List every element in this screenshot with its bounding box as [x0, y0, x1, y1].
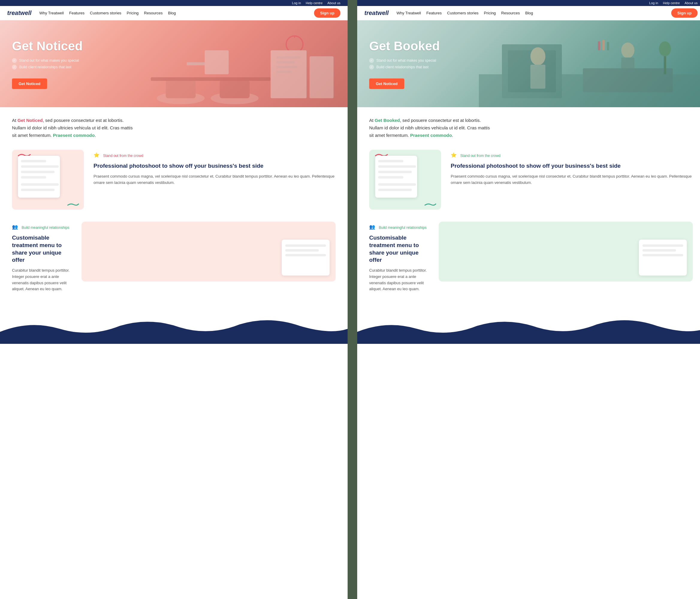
feature-2-text: 👥 Build meaningful relationships Customi… [12, 222, 72, 292]
hero-check-1: ✓ Stand out for what makes you special [12, 58, 335, 63]
nav-resources-2[interactable]: Resources [501, 11, 520, 15]
feature-3-illustration [369, 150, 441, 210]
main-content-2: At Get Booked, sed posuere consectetur e… [357, 107, 700, 302]
feature-4-text: 👥 Build meaningful relationships Customi… [369, 222, 429, 292]
help-link-2[interactable]: Help centre [663, 1, 680, 5]
feature-card-3: ⭐ Stand out from the crowd Professional … [369, 150, 693, 210]
hero-content-2: Get Booked ✓ Stand out for what makes yo… [357, 20, 700, 107]
hero-title-2: Get Booked [369, 39, 693, 53]
nav-features[interactable]: Features [69, 11, 84, 15]
nav-top-bar: Log in Help centre About us [0, 0, 348, 6]
feature-4-title: Customisable treatment menu to share you… [369, 234, 429, 264]
check-icon-1: ✓ [12, 58, 17, 63]
about-link-2[interactable]: About us [685, 1, 698, 5]
intro-suffix-label-2: Praesent commodo [410, 133, 452, 138]
about-link[interactable]: About us [327, 1, 341, 5]
feature-2-title: Customisable treatment menu to share you… [12, 234, 72, 264]
hero-cta-button-2[interactable]: Get Noticed [369, 78, 404, 89]
feature-1-title: Professional photoshoot to show off your… [94, 162, 335, 170]
feature-3-tag: ⭐ Stand out from the crowd [451, 152, 693, 159]
star-icon: ⭐ [94, 152, 101, 159]
feature-1-tag: ⭐ Stand out from the crowd [94, 152, 335, 159]
wave-svg-2 [357, 314, 700, 344]
nav-customer-stories[interactable]: Customers stories [90, 11, 121, 15]
check-icon-3: ✓ [369, 58, 374, 63]
feature-4-tag-label: Build meaningful relationships [379, 226, 426, 230]
brand-highlight-2: Get Booked [375, 118, 400, 123]
people-icon-2: 👥 [369, 224, 376, 231]
logo[interactable]: treatwell [7, 9, 31, 17]
hero-section-2: Get Booked ✓ Stand out for what makes yo… [357, 20, 700, 107]
mock-device-card-2 [375, 156, 417, 198]
intro-prefix-2: At [369, 118, 375, 123]
feature-card-1: ⭐ Stand out from the crowd Professional … [12, 150, 335, 210]
mock-menu-card [282, 240, 330, 276]
logo-2[interactable]: treatwell [365, 9, 389, 17]
hero-check-3: ✓ Stand out for what makes you special [369, 58, 693, 63]
help-link[interactable]: Help centre [306, 1, 322, 5]
nav-why-treatwell[interactable]: Why Treatwell [39, 11, 64, 15]
nav-blog[interactable]: Blog [168, 11, 176, 15]
feature-1-desc: Praesent commodo cursus magna, vel scele… [94, 174, 335, 186]
feature-1-text: ⭐ Stand out from the crowd Professional … [94, 150, 335, 210]
hero-content: Get Noticed ✓ Stand out for what makes y… [0, 20, 348, 107]
mock-device-card [18, 156, 60, 198]
intro-paragraph-2: At Get Booked, sed posuere consectetur e… [369, 117, 495, 139]
signup-button-2[interactable]: Sign up [671, 8, 698, 18]
feature-2-illustration [81, 222, 335, 282]
nav-why-treatwell-2[interactable]: Why Treatwell [396, 11, 421, 15]
feature-3-desc: Praesent commodo cursus magna, vel scele… [451, 174, 693, 186]
feature-4-desc: Curabitur blandit tempus porttitor. Inte… [369, 267, 429, 292]
briefcase-icon: 👥 [12, 224, 19, 231]
swirl-bottom-icon [67, 203, 79, 206]
nav-top-bar-2: Log in Help centre About us [357, 0, 700, 6]
mock-menu-card-2 [639, 240, 687, 276]
feature-4-illustration [439, 222, 693, 282]
login-link[interactable]: Log in [292, 1, 301, 5]
brand-highlight: Get Noticed [17, 118, 43, 123]
page-2: Log in Help centre About us treatwell Wh… [357, 0, 700, 599]
hero-check-2: ✓ Build client relationships that last [12, 65, 335, 70]
intro-paragraph: At Get Noticed, sed posuere consectetur … [12, 117, 138, 139]
feature-3-title: Professional photoshoot to show off your… [451, 162, 693, 170]
hero-cta-button[interactable]: Get Noticed [12, 78, 47, 89]
check-icon-2: ✓ [12, 65, 17, 70]
feature-2-desc: Curabitur blandit tempus porttitor. Inte… [12, 267, 72, 292]
feature-1-illustration [12, 150, 84, 210]
feature-2-tag-label: Build meaningful relationships [22, 226, 69, 230]
page-1: Log in Help centre About us treatwell Wh… [0, 0, 348, 599]
wave-footer-2 [357, 314, 700, 344]
star-icon-2: ⭐ [451, 152, 458, 159]
wave-footer [0, 314, 348, 344]
feature-card-4: 👥 Build meaningful relationships Customi… [369, 222, 693, 292]
nav-resources[interactable]: Resources [144, 11, 163, 15]
feature-4-tag: 👥 Build meaningful relationships [369, 224, 429, 231]
page-divider [350, 0, 355, 599]
login-link-2[interactable]: Log in [649, 1, 658, 5]
feature-2-tag: 👥 Build meaningful relationships [12, 224, 72, 231]
nav-blog-2[interactable]: Blog [525, 11, 533, 15]
intro-suffix-label: Praesent commodo [53, 133, 95, 138]
wave-svg [0, 314, 348, 344]
feature-card-2: 👥 Build meaningful relationships Customi… [12, 222, 335, 292]
hero-section: Get Noticed ✓ Stand out for what makes y… [0, 20, 348, 107]
feature-3-tag-label: Stand out from the crowd [460, 154, 500, 158]
check-icon-4: ✓ [369, 65, 374, 70]
hero-check-4: ✓ Build client relationships that last [369, 65, 693, 70]
nav-main-2: treatwell Why Treatwell Features Custome… [357, 6, 700, 20]
nav-features-2[interactable]: Features [426, 11, 442, 15]
intro-prefix: At [12, 118, 17, 123]
swirl-bottom-icon-2 [424, 203, 436, 206]
feature-3-text: ⭐ Stand out from the crowd Professional … [451, 150, 693, 210]
feature-1-tag-label: Stand out from the crowd [103, 154, 143, 158]
nav-main: treatwell Why Treatwell Features Custome… [0, 6, 348, 20]
nav-pricing[interactable]: Pricing [127, 11, 139, 15]
nav-pricing-2[interactable]: Pricing [484, 11, 496, 15]
hero-title: Get Noticed [12, 39, 335, 53]
nav-customer-stories-2[interactable]: Customers stories [447, 11, 479, 15]
signup-button[interactable]: Sign up [314, 8, 341, 18]
main-content: At Get Noticed, sed posuere consectetur … [0, 107, 348, 302]
